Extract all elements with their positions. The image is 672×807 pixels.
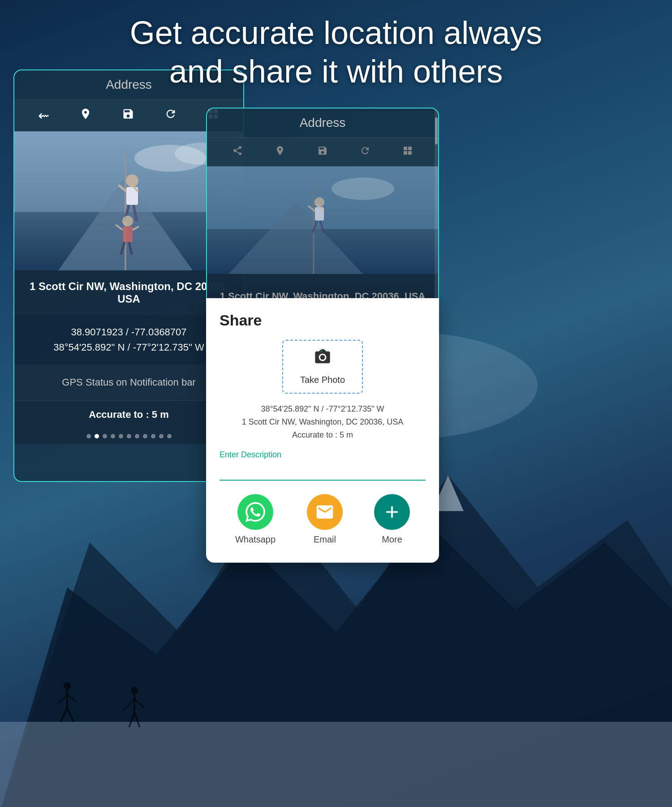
dot-9[interactable] xyxy=(159,434,164,438)
scrollbar-thumb xyxy=(435,117,438,144)
save-icon[interactable] xyxy=(122,108,134,123)
share-icon[interactable]: ⇜ xyxy=(38,108,49,123)
dot-10[interactable] xyxy=(167,434,172,438)
email-icon-circle xyxy=(307,494,343,530)
description-input[interactable] xyxy=(220,462,426,481)
more-icon-circle xyxy=(374,494,410,530)
location-icon[interactable] xyxy=(79,108,92,123)
share-accuracy: Accurate to : 5 m xyxy=(292,430,353,439)
card-front-title: Address xyxy=(207,108,438,138)
coords-decimal: 38.9071923 / -77.0368707 xyxy=(71,326,186,338)
dot-0[interactable] xyxy=(86,434,91,438)
dot-7[interactable] xyxy=(143,434,147,438)
svg-rect-6 xyxy=(0,722,672,807)
whatsapp-icon-circle xyxy=(237,494,273,530)
svg-point-7 xyxy=(64,682,71,690)
dot-2[interactable] xyxy=(103,434,107,438)
description-label: Enter Description xyxy=(220,450,426,460)
card-front-toolbar xyxy=(207,138,438,166)
dot-1[interactable] xyxy=(95,434,99,438)
share-address: 1 Scott Cir NW, Washington, DC 20036, US… xyxy=(242,417,403,426)
take-photo-label: Take Photo xyxy=(300,375,345,385)
header-line1: Get accurate location always xyxy=(130,15,542,51)
save-icon-front[interactable] xyxy=(317,145,328,159)
share-icon-front[interactable] xyxy=(232,145,243,159)
email-share-button[interactable]: Email xyxy=(307,494,343,545)
take-photo-button[interactable]: Take Photo xyxy=(282,340,363,394)
dot-3[interactable] xyxy=(111,434,115,438)
dot-6[interactable] xyxy=(135,434,139,438)
svg-point-31 xyxy=(122,216,133,226)
share-modal: Share Take Photo 38°54'25.892" N / -77°2… xyxy=(206,298,439,563)
svg-point-13 xyxy=(131,687,138,694)
header-line2: and share it with others xyxy=(169,53,503,89)
whatsapp-share-button[interactable]: Whatsapp xyxy=(235,494,276,545)
card-front-image xyxy=(207,166,438,274)
dot-5[interactable] xyxy=(127,434,131,438)
refresh-icon[interactable] xyxy=(164,108,177,123)
header-text: Get accurate location always and share i… xyxy=(0,13,672,91)
more-share-button[interactable]: More xyxy=(374,494,410,545)
share-buttons-row: Whatsapp Email More xyxy=(220,494,426,545)
svg-point-39 xyxy=(332,178,394,200)
coords-dms: 38°54'25.892" N / -77°2'12.735" W xyxy=(53,342,204,353)
share-location-info: 38°54'25.892" N / -77°2'12.735" W 1 Scot… xyxy=(220,403,426,441)
grid-icon-front[interactable] xyxy=(402,145,413,159)
more-label: More xyxy=(382,534,402,545)
dot-4[interactable] xyxy=(119,434,123,438)
refresh-icon-front[interactable] xyxy=(360,145,370,159)
share-title: Share xyxy=(220,312,426,329)
dot-8[interactable] xyxy=(151,434,155,438)
whatsapp-label: Whatsapp xyxy=(235,534,276,545)
share-coords: 38°54'25.892" N / -77°2'12.735" W xyxy=(261,404,384,413)
camera-icon xyxy=(314,348,332,370)
email-label: Email xyxy=(314,534,336,545)
svg-rect-32 xyxy=(123,226,133,242)
location-icon-front[interactable] xyxy=(275,145,285,159)
